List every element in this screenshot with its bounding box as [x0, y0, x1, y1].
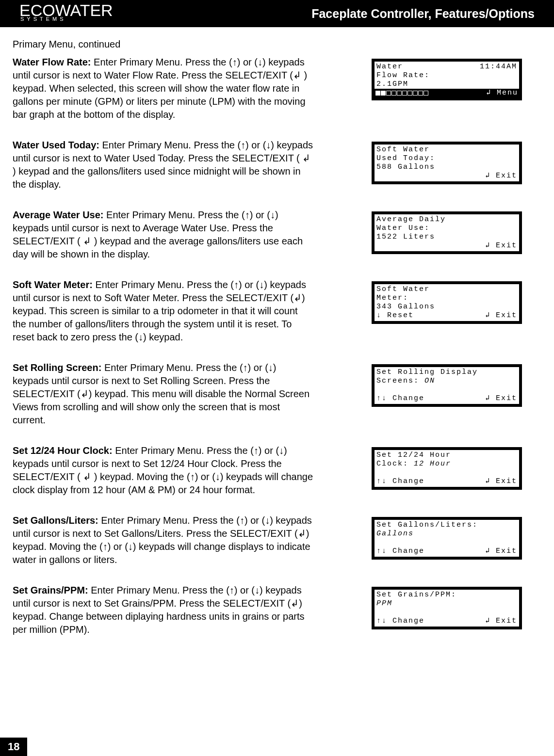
lcd-line: Soft Water — [376, 285, 517, 294]
lcd-line: ↲ Exit — [376, 241, 517, 250]
section-text: Set Gallons/Liters: Enter Primary Menu. … — [13, 514, 323, 566]
lcd-inner: Soft WaterUsed Today:588 Gallons↲ Exit — [375, 145, 519, 181]
section-title: Soft Water Meter: — [13, 279, 93, 290]
lcd-wrap: Set Grains/PPM:PPM ↑↓ Change↲ Exit — [372, 584, 522, 629]
lcd-line: PPM — [376, 599, 517, 608]
section-row: Set Rolling Screen: Enter Primary Menu. … — [13, 361, 541, 427]
logo: ECOWATER SYSTEMS — [19, 2, 113, 22]
lcd-inner: Set Gallons/Liters:Gallons ↑↓ Change↲ Ex… — [375, 520, 519, 557]
lcd-line: Meter: — [376, 294, 517, 303]
lcd-screen: Soft WaterMeter:343 Gallons↓ Reset↲ Exit — [372, 281, 522, 324]
lcd-line: ↑↓ Change↲ Exit — [376, 547, 517, 556]
lcd-line: ↑↓ Change↲ Exit — [376, 617, 517, 626]
lcd-value: ON — [424, 377, 435, 385]
lcd-line: Set 12/24 Hour — [376, 451, 517, 460]
lcd-line: Water Use: — [376, 224, 517, 233]
lcd-inner: Set Rolling DisplayScreens: ON ↑↓ Change… — [375, 367, 519, 404]
lcd-line: ↑↓ Change↲ Exit — [376, 394, 517, 403]
section-text: Set 12/24 Hour Clock: Enter Primary Menu… — [13, 444, 323, 497]
lcd-inner: Set Grains/PPM:PPM ↑↓ Change↲ Exit — [375, 590, 519, 627]
page-number: 18 — [0, 738, 27, 756]
lcd-wrap: Soft WaterMeter:343 Gallons↓ Reset↲ Exit — [372, 278, 522, 324]
page-title: Faceplate Controller, Features/Options — [311, 7, 535, 21]
lcd-wrap: Soft WaterUsed Today:588 Gallons↲ Exit — [372, 139, 522, 184]
section-text: Water Used Today: Enter Primary Menu. Pr… — [13, 139, 323, 191]
lcd-wrap: Water11:44AMFlow Rate:2.1GPM↲ Menu — [372, 56, 522, 100]
section-text: Set Rolling Screen: Enter Primary Menu. … — [13, 361, 323, 427]
lcd-line: 343 Gallons — [376, 303, 517, 311]
lcd-inner: Average DailyWater Use:1522 Liters↲ Exit — [375, 214, 519, 251]
lcd-line — [376, 468, 517, 477]
section-text: Set Grains/PPM: Enter Primary Menu. Pres… — [13, 584, 323, 636]
lcd-line: 2.1GPM — [376, 80, 517, 89]
lcd-line: Water11:44AM — [376, 63, 517, 71]
lcd-screen: Set 12/24 HourClock: 12 Hour ↑↓ Change↲ … — [372, 447, 522, 490]
lcd-screen: Set Grains/PPM:PPM ↑↓ Change↲ Exit — [372, 587, 522, 629]
lcd-line: ↑↓ Change↲ Exit — [376, 477, 517, 486]
lcd-wrap: Average DailyWater Use:1522 Liters↲ Exit — [372, 209, 522, 254]
section-title: Water Flow Rate: — [13, 57, 91, 67]
lcd-line: Gallons — [376, 530, 517, 538]
section-title: Set Gallons/Liters: — [13, 515, 98, 526]
section-text: Average Water Use: Enter Primary Menu. P… — [13, 209, 323, 261]
lcd-screen: Set Rolling DisplayScreens: ON ↑↓ Change… — [372, 364, 522, 407]
lcd-line — [376, 608, 517, 617]
lcd-line: Set Rolling Display — [376, 368, 517, 377]
section-text: Water Flow Rate: Enter Primary Menu. Pre… — [13, 56, 323, 121]
section-title: Set Grains/PPM: — [13, 585, 88, 595]
lcd-line: ↲ Exit — [376, 172, 517, 180]
lcd-menu-label: ↲ Menu — [486, 89, 518, 97]
section-row: Set 12/24 Hour Clock: Enter Primary Menu… — [13, 444, 541, 497]
lcd-screen: Average DailyWater Use:1522 Liters↲ Exit — [372, 211, 522, 254]
lcd-inner: Soft WaterMeter:343 Gallons↓ Reset↲ Exit — [375, 284, 519, 321]
lcd-line: ↓ Reset↲ Exit — [376, 311, 517, 320]
bar-graph — [375, 90, 428, 97]
lcd-line: Set Grains/PPM: — [376, 591, 517, 599]
section-row: Water Flow Rate: Enter Primary Menu. Pre… — [13, 56, 541, 121]
lcd-line: 588 Gallons — [376, 163, 517, 172]
lcd-screen: Soft WaterUsed Today:588 Gallons↲ Exit — [372, 142, 522, 184]
lcd-line: Used Today: — [376, 154, 517, 163]
lcd-value: PPM — [376, 599, 392, 608]
header-bar: ECOWATER SYSTEMS Faceplate Controller, F… — [0, 0, 554, 27]
section-text: Soft Water Meter: Enter Primary Menu. Pr… — [13, 278, 323, 344]
lcd-bar-row: ↲ Menu — [375, 89, 519, 97]
lcd-value: Gallons — [376, 530, 414, 538]
content: Primary Menu, continued Water Flow Rate:… — [0, 39, 554, 636]
section-title: Water Used Today: — [13, 140, 99, 150]
lcd-screen: Set Gallons/Liters:Gallons ↑↓ Change↲ Ex… — [372, 517, 522, 560]
lcd-line: Average Daily — [376, 215, 517, 224]
lcd-line: Clock: 12 Hour — [376, 460, 517, 468]
lcd-screen: Water11:44AMFlow Rate:2.1GPM↲ Menu — [372, 59, 522, 100]
lcd-inner: Water11:44AMFlow Rate:2.1GPM↲ Menu — [375, 62, 519, 97]
lcd-line: 1522 Liters — [376, 233, 517, 241]
lcd-line — [376, 538, 517, 547]
lcd-wrap: Set Gallons/Liters:Gallons ↑↓ Change↲ Ex… — [372, 514, 522, 560]
section-row: Set Gallons/Liters: Enter Primary Menu. … — [13, 514, 541, 566]
lcd-wrap: Set 12/24 HourClock: 12 Hour ↑↓ Change↲ … — [372, 444, 522, 490]
lcd-line: Set Gallons/Liters: — [376, 521, 517, 530]
lcd-line: Screens: ON — [376, 377, 517, 386]
lcd-line: Flow Rate: — [376, 71, 517, 80]
section-title: Set 12/24 Hour Clock: — [13, 445, 113, 456]
lcd-inner: Set 12/24 HourClock: 12 Hour ↑↓ Change↲ … — [375, 450, 519, 487]
section-row: Average Water Use: Enter Primary Menu. P… — [13, 209, 541, 261]
lcd-line: Soft Water — [376, 145, 517, 154]
section-title: Set Rolling Screen: — [13, 362, 101, 373]
lcd-line — [376, 386, 517, 394]
section-row: Water Used Today: Enter Primary Menu. Pr… — [13, 139, 541, 191]
lcd-wrap: Set Rolling DisplayScreens: ON ↑↓ Change… — [372, 361, 522, 407]
section-title: Average Water Use: — [13, 209, 103, 220]
lcd-value: 12 Hour — [414, 460, 451, 468]
section-row: Soft Water Meter: Enter Primary Menu. Pr… — [13, 278, 541, 344]
section-row: Set Grains/PPM: Enter Primary Menu. Pres… — [13, 584, 541, 636]
subhead: Primary Menu, continued — [13, 39, 541, 50]
